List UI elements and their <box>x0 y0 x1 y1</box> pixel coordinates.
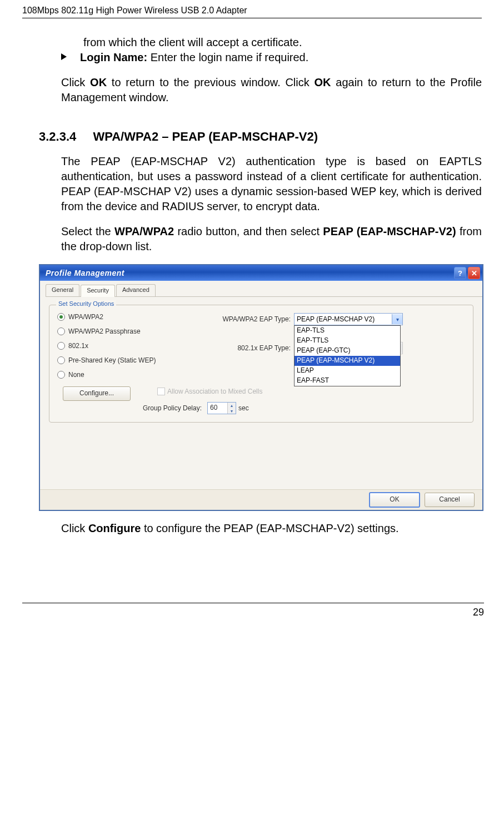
chevron-down-icon <box>392 314 402 324</box>
dialog-title: Profile Management <box>46 269 124 277</box>
ok-paragraph: Click OK to return to the previous windo… <box>61 75 482 105</box>
gpd-unit: sec <box>238 404 249 412</box>
help-icon[interactable]: ? <box>454 267 466 279</box>
groupbox-title: Set Security Options <box>56 300 116 307</box>
tab-security[interactable]: Security <box>81 285 115 297</box>
page-number: 29 <box>22 603 484 618</box>
radio-icon <box>57 327 65 335</box>
profile-management-dialog: Profile Management ? ✕ General Security … <box>39 264 483 511</box>
configure-button[interactable]: Configure... <box>63 386 131 401</box>
dd-item-eap-ttls[interactable]: EAP-TTLS <box>295 336 400 346</box>
gpd-value: 60 <box>208 403 227 414</box>
doc-header: 108Mbps 802.11g High Power Wireless USB … <box>22 6 482 18</box>
bullet-icon <box>61 53 67 60</box>
cancel-button[interactable]: Cancel <box>425 493 475 507</box>
security-options-group: Set Security Options WPA/WPA2 WPA/WPA2 P… <box>49 305 473 423</box>
select-paragraph: Select the WPA/WPA2 radio button, and th… <box>61 224 482 254</box>
desc-paragraph: The PEAP (EAP-MSCHAP V2) authentication … <box>61 154 482 214</box>
ok-button[interactable]: OK <box>369 492 420 508</box>
radio-wpa[interactable]: WPA/WPA2 <box>57 313 196 321</box>
gpd-label: Group Policy Delay: <box>129 404 205 412</box>
radio-icon <box>57 342 65 350</box>
dd-item-eap-fast[interactable]: EAP-FAST <box>295 376 400 386</box>
eap-type-dropdown: EAP-TLS EAP-TTLS PEAP (EAP-GTC) PEAP (EA… <box>294 325 401 386</box>
section-heading: 3.2.3.4 WPA/WPA2 – PEAP (EAP-MSCHAP-V2) <box>39 130 482 144</box>
dd-item-eap-tls[interactable]: EAP-TLS <box>295 326 400 336</box>
spinner-down-icon[interactable]: ▼ <box>228 408 236 414</box>
radio-icon <box>57 356 65 364</box>
close-icon[interactable]: ✕ <box>468 267 480 279</box>
section-title: WPA/WPA2 – PEAP (EAP-MSCHAP-V2) <box>93 130 318 143</box>
configure-paragraph: Click Configure to configure the PEAP (E… <box>61 521 482 536</box>
radio-icon <box>57 371 65 379</box>
gpd-spinner[interactable]: 60 ▲ ▼ <box>207 402 236 414</box>
radio-psk[interactable]: Pre-Shared Key (Static WEP) <box>57 356 196 364</box>
assoc-label: Allow Association to Mixed Cells <box>167 388 262 395</box>
eap-type-combo[interactable]: PEAP (EAP-MSCHAP V2) <box>294 313 403 325</box>
section-number: 3.2.3.4 <box>39 130 76 144</box>
bullet-label: Login Name: <box>80 51 147 63</box>
continued-text: from which the client will accept a cert… <box>83 35 482 50</box>
bullet-text: Login Name: Enter the login name if requ… <box>80 50 308 65</box>
radio-8021x[interactable]: 802.1x <box>57 342 196 350</box>
checkbox-icon <box>157 388 165 395</box>
radio-wpa-passphrase[interactable]: WPA/WPA2 Passphrase <box>57 327 196 335</box>
eap2-label: 802.1x EAP Type: <box>202 344 294 352</box>
dd-item-leap[interactable]: LEAP <box>295 366 400 376</box>
tab-advanced[interactable]: Advanced <box>116 284 156 296</box>
eap-type-value: PEAP (EAP-MSCHAP V2) <box>297 315 375 323</box>
spinner-up-icon[interactable]: ▲ <box>228 403 236 408</box>
dd-item-peap-gtc[interactable]: PEAP (EAP-GTC) <box>295 346 400 356</box>
tab-general[interactable]: General <box>46 284 79 296</box>
eap-type-label: WPA/WPA2 EAP Type: <box>202 315 294 323</box>
tabs-row: General Security Advanced <box>46 284 482 297</box>
dialog-titlebar: Profile Management ? ✕ <box>40 265 482 281</box>
dd-item-peap-mschap[interactable]: PEAP (EAP-MSCHAP V2) <box>295 356 400 366</box>
radio-none[interactable]: None <box>57 371 196 379</box>
radio-icon <box>57 313 65 321</box>
